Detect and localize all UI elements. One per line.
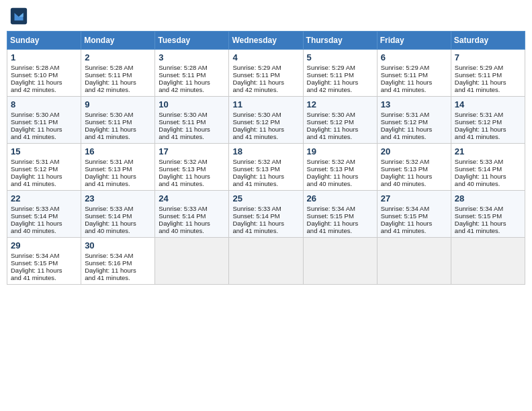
cell-info: Sunrise: 5:28 AMSunset: 5:11 PMDaylight:… — [159, 64, 210, 93]
cell-info: Sunrise: 5:34 AMSunset: 5:15 PMDaylight:… — [381, 205, 433, 234]
calendar-cell: 9Sunrise: 5:30 AMSunset: 5:11 PMDaylight… — [81, 97, 155, 144]
cell-info: Sunrise: 5:34 AMSunset: 5:15 PMDaylight:… — [455, 205, 506, 234]
day-number: 22 — [11, 193, 77, 203]
calendar-cell: 1Sunrise: 5:28 AMSunset: 5:10 PMDaylight… — [7, 50, 81, 97]
calendar-week-4: 22Sunrise: 5:33 AMSunset: 5:14 PMDayligh… — [7, 191, 525, 238]
day-number: 12 — [307, 99, 373, 109]
day-number: 23 — [85, 193, 151, 203]
cell-info: Sunrise: 5:34 AMSunset: 5:15 PMDaylight:… — [11, 252, 62, 281]
calendar-cell: 18Sunrise: 5:32 AMSunset: 5:13 PMDayligh… — [229, 144, 303, 191]
day-number: 15 — [11, 146, 77, 156]
calendar-body: 1Sunrise: 5:28 AMSunset: 5:10 PMDaylight… — [7, 50, 525, 285]
calendar-cell — [303, 238, 377, 285]
day-number: 16 — [85, 146, 151, 156]
cell-info: Sunrise: 5:29 AMSunset: 5:11 PMDaylight:… — [307, 64, 359, 93]
calendar-cell — [229, 238, 303, 285]
calendar-week-3: 15Sunrise: 5:31 AMSunset: 5:12 PMDayligh… — [7, 144, 525, 191]
day-number: 3 — [159, 52, 225, 62]
calendar-week-5: 29Sunrise: 5:34 AMSunset: 5:15 PMDayligh… — [7, 238, 525, 285]
day-header-friday: Friday — [377, 32, 451, 50]
calendar-cell — [377, 238, 451, 285]
cell-info: Sunrise: 5:32 AMSunset: 5:13 PMDaylight:… — [381, 158, 433, 187]
day-number: 6 — [381, 52, 447, 62]
cell-info: Sunrise: 5:32 AMSunset: 5:13 PMDaylight:… — [307, 158, 359, 187]
calendar-week-1: 1Sunrise: 5:28 AMSunset: 5:10 PMDaylight… — [7, 50, 525, 97]
day-number: 8 — [11, 99, 77, 109]
day-number: 27 — [381, 193, 447, 203]
calendar-cell: 7Sunrise: 5:29 AMSunset: 5:11 PMDaylight… — [451, 50, 525, 97]
day-number: 11 — [232, 99, 299, 109]
calendar-cell: 10Sunrise: 5:30 AMSunset: 5:11 PMDayligh… — [155, 97, 229, 144]
calendar-header-row: SundayMondayTuesdayWednesdayThursdayFrid… — [7, 32, 525, 50]
calendar-cell: 21Sunrise: 5:33 AMSunset: 5:14 PMDayligh… — [451, 144, 525, 191]
cell-info: Sunrise: 5:31 AMSunset: 5:12 PMDaylight:… — [11, 158, 62, 187]
calendar-cell: 13Sunrise: 5:31 AMSunset: 5:12 PMDayligh… — [377, 97, 451, 144]
day-header-saturday: Saturday — [451, 32, 525, 50]
svg-rect-0 — [11, 8, 27, 24]
cell-info: Sunrise: 5:30 AMSunset: 5:11 PMDaylight:… — [159, 111, 210, 140]
calendar-week-2: 8Sunrise: 5:30 AMSunset: 5:11 PMDaylight… — [7, 97, 525, 144]
cell-info: Sunrise: 5:32 AMSunset: 5:13 PMDaylight:… — [159, 158, 210, 187]
calendar-cell: 4Sunrise: 5:29 AMSunset: 5:11 PMDaylight… — [229, 50, 303, 97]
day-number: 14 — [455, 99, 521, 109]
calendar-cell: 25Sunrise: 5:33 AMSunset: 5:14 PMDayligh… — [229, 191, 303, 238]
calendar-cell: 2Sunrise: 5:28 AMSunset: 5:11 PMDaylight… — [81, 50, 155, 97]
day-header-wednesday: Wednesday — [229, 32, 303, 50]
cell-info: Sunrise: 5:34 AMSunset: 5:16 PMDaylight:… — [85, 252, 136, 281]
day-header-monday: Monday — [81, 32, 155, 50]
calendar-cell: 8Sunrise: 5:30 AMSunset: 5:11 PMDaylight… — [7, 97, 81, 144]
day-number: 29 — [11, 240, 77, 250]
cell-info: Sunrise: 5:29 AMSunset: 5:11 PMDaylight:… — [381, 64, 433, 93]
cell-info: Sunrise: 5:30 AMSunset: 5:12 PMDaylight:… — [307, 111, 359, 140]
calendar-cell: 15Sunrise: 5:31 AMSunset: 5:12 PMDayligh… — [7, 144, 81, 191]
day-number: 18 — [232, 146, 299, 156]
calendar-cell — [451, 238, 525, 285]
calendar-cell: 6Sunrise: 5:29 AMSunset: 5:11 PMDaylight… — [377, 50, 451, 97]
cell-info: Sunrise: 5:28 AMSunset: 5:11 PMDaylight:… — [85, 64, 136, 93]
calendar-cell — [155, 238, 229, 285]
cell-info: Sunrise: 5:29 AMSunset: 5:11 PMDaylight:… — [232, 64, 284, 93]
cell-info: Sunrise: 5:33 AMSunset: 5:14 PMDaylight:… — [85, 205, 136, 234]
calendar-cell: 22Sunrise: 5:33 AMSunset: 5:14 PMDayligh… — [7, 191, 81, 238]
day-number: 13 — [381, 99, 447, 109]
cell-info: Sunrise: 5:33 AMSunset: 5:14 PMDaylight:… — [11, 205, 62, 234]
day-number: 25 — [232, 193, 299, 203]
calendar-cell: 3Sunrise: 5:28 AMSunset: 5:11 PMDaylight… — [155, 50, 229, 97]
calendar-cell: 27Sunrise: 5:34 AMSunset: 5:15 PMDayligh… — [377, 191, 451, 238]
calendar-cell: 30Sunrise: 5:34 AMSunset: 5:16 PMDayligh… — [81, 238, 155, 285]
calendar-cell: 14Sunrise: 5:31 AMSunset: 5:12 PMDayligh… — [451, 97, 525, 144]
page-header — [7, 7, 525, 26]
day-number: 21 — [455, 146, 521, 156]
cell-info: Sunrise: 5:30 AMSunset: 5:11 PMDaylight:… — [85, 111, 136, 140]
day-number: 20 — [381, 146, 447, 156]
calendar-cell: 24Sunrise: 5:33 AMSunset: 5:14 PMDayligh… — [155, 191, 229, 238]
cell-info: Sunrise: 5:30 AMSunset: 5:11 PMDaylight:… — [11, 111, 62, 140]
day-number: 24 — [159, 193, 225, 203]
cell-info: Sunrise: 5:34 AMSunset: 5:15 PMDaylight:… — [307, 205, 359, 234]
day-number: 28 — [455, 193, 521, 203]
day-number: 4 — [232, 52, 299, 62]
calendar-cell: 20Sunrise: 5:32 AMSunset: 5:13 PMDayligh… — [377, 144, 451, 191]
calendar-cell: 28Sunrise: 5:34 AMSunset: 5:15 PMDayligh… — [451, 191, 525, 238]
cell-info: Sunrise: 5:32 AMSunset: 5:13 PMDaylight:… — [232, 158, 284, 187]
calendar-cell: 23Sunrise: 5:33 AMSunset: 5:14 PMDayligh… — [81, 191, 155, 238]
calendar-cell: 11Sunrise: 5:30 AMSunset: 5:12 PMDayligh… — [229, 97, 303, 144]
day-number: 9 — [85, 99, 151, 109]
day-number: 5 — [307, 52, 373, 62]
day-number: 7 — [455, 52, 521, 62]
day-header-thursday: Thursday — [303, 32, 377, 50]
calendar-cell: 17Sunrise: 5:32 AMSunset: 5:13 PMDayligh… — [155, 144, 229, 191]
calendar-cell: 16Sunrise: 5:31 AMSunset: 5:13 PMDayligh… — [81, 144, 155, 191]
day-header-tuesday: Tuesday — [155, 32, 229, 50]
day-number: 30 — [85, 240, 151, 250]
logo-icon — [9, 7, 28, 26]
day-number: 19 — [307, 146, 373, 156]
calendar-cell: 19Sunrise: 5:32 AMSunset: 5:13 PMDayligh… — [303, 144, 377, 191]
calendar-cell: 5Sunrise: 5:29 AMSunset: 5:11 PMDaylight… — [303, 50, 377, 97]
day-number: 2 — [85, 52, 151, 62]
calendar-cell: 12Sunrise: 5:30 AMSunset: 5:12 PMDayligh… — [303, 97, 377, 144]
cell-info: Sunrise: 5:33 AMSunset: 5:14 PMDaylight:… — [455, 158, 506, 187]
calendar-table: SundayMondayTuesdayWednesdayThursdayFrid… — [7, 31, 525, 285]
day-number: 10 — [159, 99, 225, 109]
cell-info: Sunrise: 5:33 AMSunset: 5:14 PMDaylight:… — [232, 205, 284, 234]
